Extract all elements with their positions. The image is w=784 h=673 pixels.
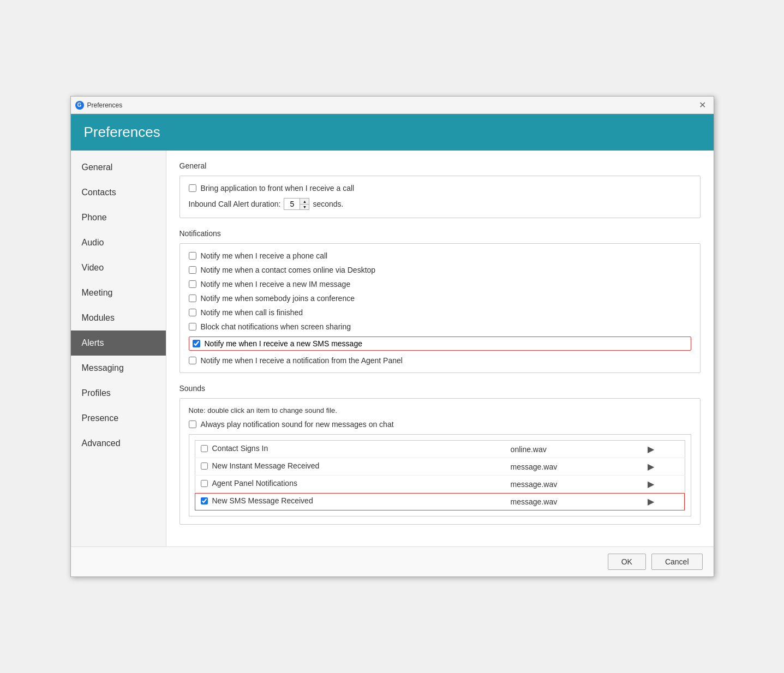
inbound-alert-row: Inbound Call Alert duration: ▲ ▼ seconds… [189, 198, 691, 210]
spinner-buttons: ▲ ▼ [300, 199, 309, 209]
sidebar-item-phone[interactable]: Phone [71, 205, 166, 230]
sound-row-3: New SMS Message Receivedmessage.wav▶ [195, 493, 685, 510]
always-play-row: Always play notification sound for new m… [189, 420, 691, 429]
inbound-alert-label: Inbound Call Alert duration: [189, 200, 281, 208]
sound-play-1[interactable]: ▶ [642, 458, 685, 476]
sound-file-2: message.wav [505, 476, 643, 493]
general-section-title: General [179, 161, 701, 170]
notification-checkbox-0[interactable] [189, 252, 196, 260]
preferences-window: G Preferences ✕ Preferences GeneralConta… [70, 96, 714, 577]
notification-checkbox-5[interactable] [189, 323, 196, 331]
notification-checkbox-4[interactable] [189, 309, 196, 316]
sidebar-item-advanced[interactable]: Advanced [71, 431, 166, 456]
general-section-box: Bring application to front when I receiv… [179, 176, 701, 218]
always-play-label: Always play notification sound for new m… [201, 420, 394, 429]
sound-play-0[interactable]: ▶ [642, 441, 685, 458]
spinner-down[interactable]: ▼ [300, 204, 309, 209]
title-bar-text: Preferences [87, 101, 123, 109]
sound-label-cell-1: New Instant Message Received [195, 458, 505, 473]
notification-label-6: Notify me when I receive a new SMS messa… [205, 339, 362, 348]
bring-to-front-checkbox[interactable] [189, 184, 196, 192]
sound-checkbox-1[interactable] [201, 462, 208, 470]
always-play-checkbox[interactable] [189, 420, 196, 428]
sounds-section-box: Note: double click an item to change sou… [179, 398, 701, 525]
cancel-button[interactable]: Cancel [651, 554, 703, 570]
title-bar: G Preferences ✕ [71, 97, 714, 114]
sound-label-cell-0: Contact Signs In [195, 441, 505, 456]
sound-play-2[interactable]: ▶ [642, 476, 685, 493]
notification-row-0: Notify me when I receive a phone call [189, 251, 691, 260]
close-button[interactable]: ✕ [696, 99, 709, 111]
notification-label-7: Notify me when I receive a notification … [201, 356, 403, 365]
notification-label-3: Notify me when somebody joins a conferen… [201, 294, 355, 303]
sidebar-item-modules[interactable]: Modules [71, 305, 166, 331]
notification-row-3: Notify me when somebody joins a conferen… [189, 294, 691, 303]
notification-label-5: Block chat notifications when screen sha… [201, 322, 351, 331]
sounds-table: Contact Signs Inonline.wav▶New Instant M… [195, 440, 685, 510]
sound-label-0: Contact Signs In [212, 444, 268, 453]
footer: OK Cancel [71, 546, 714, 576]
bring-to-front-label: Bring application to front when I receiv… [201, 184, 355, 193]
sound-file-0: online.wav [505, 441, 643, 458]
sidebar-item-presence[interactable]: Presence [71, 406, 166, 431]
inbound-alert-input[interactable] [284, 199, 300, 209]
sound-label-1: New Instant Message Received [212, 461, 320, 470]
notification-label-4: Notify me when call is finished [201, 308, 303, 317]
notification-row-5: Block chat notifications when screen sha… [189, 322, 691, 331]
sidebar-item-meeting[interactable]: Meeting [71, 280, 166, 305]
sounds-table-wrapper: Contact Signs Inonline.wav▶New Instant M… [189, 434, 691, 516]
notification-checkbox-1[interactable] [189, 266, 196, 274]
sidebar-item-video[interactable]: Video [71, 255, 166, 280]
app-icon: G [75, 101, 84, 110]
spinner-up[interactable]: ▲ [300, 199, 309, 204]
sound-row-2: Agent Panel Notificationsmessage.wav▶ [195, 476, 685, 493]
sidebar-item-general[interactable]: General [71, 155, 166, 180]
sound-file-3: message.wav [505, 493, 643, 510]
notification-label-1: Notify me when a contact comes online vi… [201, 266, 376, 274]
sound-checkbox-3[interactable] [201, 497, 208, 504]
sound-label-2: Agent Panel Notifications [212, 479, 297, 488]
notifications-section-title: Notifications [179, 229, 701, 238]
sidebar-item-alerts[interactable]: Alerts [71, 331, 166, 356]
notification-row-2: Notify me when I receive a new IM messag… [189, 280, 691, 289]
sound-label-cell-2: Agent Panel Notifications [195, 476, 505, 491]
notification-label-0: Notify me when I receive a phone call [201, 251, 328, 260]
inbound-alert-spinner[interactable]: ▲ ▼ [284, 198, 309, 210]
header: Preferences [71, 114, 714, 151]
notification-label-2: Notify me when I receive a new IM messag… [201, 280, 351, 289]
notification-checkbox-6[interactable] [193, 340, 200, 347]
sound-row-0: Contact Signs Inonline.wav▶ [195, 441, 685, 458]
sound-checkbox-2[interactable] [201, 480, 208, 487]
title-bar-left: G Preferences [75, 101, 123, 110]
sounds-section-title: Sounds [179, 384, 701, 393]
main-panel: General Bring application to front when … [166, 151, 714, 546]
ok-button[interactable]: OK [608, 554, 646, 570]
notification-row-7: Notify me when I receive a notification … [189, 356, 691, 365]
sound-checkbox-0[interactable] [201, 445, 208, 452]
sidebar: GeneralContactsPhoneAudioVideoMeetingMod… [71, 151, 166, 546]
notification-row-6: Notify me when I receive a new SMS messa… [189, 336, 691, 351]
sound-label-cell-3: New SMS Message Received [195, 493, 505, 508]
notification-row-4: Notify me when call is finished [189, 308, 691, 317]
header-title: Preferences [84, 124, 160, 140]
sounds-note: Note: double click an item to change sou… [189, 406, 691, 414]
notification-checkbox-7[interactable] [189, 357, 196, 364]
sidebar-item-contacts[interactable]: Contacts [71, 180, 166, 205]
sound-file-1: message.wav [505, 458, 643, 476]
notification-checkbox-3[interactable] [189, 295, 196, 302]
notifications-section-box: Notify me when I receive a phone callNot… [179, 243, 701, 373]
bring-to-front-row: Bring application to front when I receiv… [189, 184, 691, 193]
sidebar-item-profiles[interactable]: Profiles [71, 381, 166, 406]
sidebar-item-messaging[interactable]: Messaging [71, 356, 166, 381]
notification-row-1: Notify me when a contact comes online vi… [189, 266, 691, 274]
sound-play-3[interactable]: ▶ [642, 493, 685, 510]
notification-checkbox-2[interactable] [189, 280, 196, 288]
sidebar-item-audio[interactable]: Audio [71, 230, 166, 255]
sound-row-1: New Instant Message Receivedmessage.wav▶ [195, 458, 685, 476]
content-area: GeneralContactsPhoneAudioVideoMeetingMod… [71, 151, 714, 546]
sound-label-3: New SMS Message Received [212, 496, 313, 505]
inbound-alert-unit: seconds. [313, 200, 343, 208]
